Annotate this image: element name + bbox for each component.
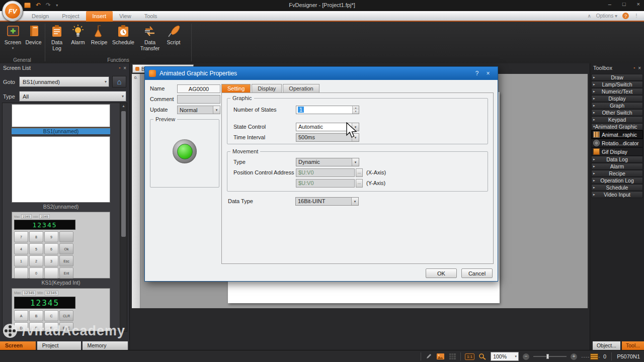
toolbox-category-schedule[interactable]: ▸Schedule bbox=[591, 184, 643, 191]
tab-view[interactable]: View bbox=[113, 11, 138, 22]
toolbox-category-alarm[interactable]: ▸Alarm bbox=[591, 163, 643, 170]
toolbox-category-graph[interactable]: ▸Graph bbox=[591, 102, 643, 109]
device-button[interactable]: Device bbox=[24, 24, 43, 46]
toolbox-category-display[interactable]: ▸Display bbox=[591, 95, 643, 102]
image-icon[interactable] bbox=[436, 353, 445, 360]
toolbox-category-data-log[interactable]: ▸Data Log bbox=[591, 156, 643, 163]
schedule-label: Schedule bbox=[112, 40, 134, 46]
dialog-title-bar[interactable]: Animated Graphic Properties ? × bbox=[145, 67, 498, 80]
dialog-close-button[interactable]: × bbox=[482, 70, 494, 77]
update-dropdown[interactable]: Normal▾ bbox=[177, 106, 220, 114]
collapse-ribbon-icon[interactable]: ∧ bbox=[587, 13, 591, 19]
recipe-button[interactable]: Recipe bbox=[89, 24, 109, 46]
spin-up-icon[interactable]: ▴ bbox=[353, 106, 359, 110]
toolbox-category-lamp-switch[interactable]: ▸Lamp/Switch bbox=[591, 81, 643, 88]
dialog-help-button[interactable]: ? bbox=[471, 70, 482, 77]
comment-field[interactable] bbox=[177, 95, 220, 104]
cancel-button[interactable]: Cancel bbox=[461, 268, 493, 278]
schedule-button[interactable]: Schedule bbox=[110, 24, 136, 46]
toolbox-item-animated-graphic[interactable]: Animat...raphic bbox=[591, 130, 643, 139]
zoom-slider-handle[interactable] bbox=[546, 354, 549, 359]
tab-screen-list[interactable]: Screen List bbox=[0, 341, 36, 350]
alarm-button[interactable]: Alarm bbox=[68, 24, 88, 46]
script-button[interactable]: Script bbox=[164, 24, 184, 46]
toolbox-category-video-input[interactable]: ▸Video Input bbox=[591, 191, 643, 198]
toolbox-category-operation-log[interactable]: ▸Operation Log bbox=[591, 177, 643, 184]
zoom-dropdown[interactable]: 100% ▾ bbox=[491, 352, 519, 361]
data-transfer-button[interactable]: Data Transfer bbox=[137, 24, 163, 52]
goto-dropdown[interactable]: BS1(unnamed) ▾ bbox=[19, 76, 109, 87]
screen-label: Screen bbox=[5, 40, 21, 46]
tab-tools[interactable]: Tools bbox=[138, 11, 164, 22]
tab-project[interactable]: Project bbox=[55, 11, 86, 22]
data-type-label: Data Type bbox=[228, 198, 253, 204]
data-type-dropdown[interactable]: 16Bit-UINT ▾ bbox=[295, 197, 359, 206]
toolbox-category-other-switch[interactable]: ▸Other Switch bbox=[591, 109, 643, 116]
close-icon[interactable]: × bbox=[123, 65, 126, 71]
edit-icon[interactable] bbox=[425, 353, 432, 360]
graphic-group: Graphic Number of States 1 ▴▾ State Cont… bbox=[227, 95, 488, 144]
keypad-keys: 789 456Ok 123Esc 0Ent bbox=[14, 231, 75, 279]
x-axis-address-field[interactable]: $U:V0 bbox=[296, 168, 355, 177]
tab-design[interactable]: Design bbox=[25, 11, 55, 22]
ribbon-group-functions: Data Log Alarm Recipe Schedule Data Tran… bbox=[46, 22, 191, 63]
number-of-states-spinner[interactable]: 1 ▴▾ bbox=[296, 106, 359, 114]
x-axis-browse-button[interactable]: ... bbox=[356, 168, 363, 177]
chevron-right-icon: ▸ bbox=[592, 75, 598, 79]
options-menu[interactable]: Options ▾ bbox=[596, 13, 617, 19]
help-icon[interactable]: ? bbox=[622, 13, 629, 19]
screen-thumbnail-ks1[interactable]: Max2345 min2345 12345 789 456Ok 123Esc 0… bbox=[12, 212, 110, 279]
toolbox-item-rotation-indicator[interactable]: Rotatio...dicator bbox=[591, 139, 643, 147]
dialog-tab-display[interactable]: Display bbox=[252, 84, 282, 93]
home-button[interactable]: ⌂ bbox=[112, 76, 126, 87]
about-icon[interactable]: ! bbox=[634, 13, 639, 19]
toolbox-category-keypad[interactable]: ▸Keypad bbox=[591, 116, 643, 123]
pin-icon[interactable]: ▪ bbox=[119, 65, 120, 70]
screen-thumbnail-bs1[interactable] bbox=[12, 104, 110, 127]
tab-toolbox[interactable]: Tool... bbox=[622, 341, 644, 350]
name-field[interactable]: AG0000 bbox=[177, 84, 220, 93]
y-axis-address-field[interactable]: $U:V0 bbox=[296, 179, 355, 188]
script-icon bbox=[167, 24, 181, 38]
toolbox-category-animated-graphic[interactable]: ▾Animated Graphic bbox=[591, 123, 643, 130]
zoom-region-icon[interactable] bbox=[478, 353, 487, 360]
chevron-down-icon: ▾ bbox=[105, 79, 107, 84]
ribbon-divider bbox=[191, 24, 192, 61]
tab-object-list[interactable]: Object... bbox=[593, 341, 620, 350]
scrollbar[interactable]: ▲ ▼ bbox=[120, 103, 127, 331]
screen-button[interactable]: Screen ▾ bbox=[3, 24, 23, 50]
pin-icon[interactable]: ▪ bbox=[633, 65, 635, 70]
ok-button[interactable]: OK bbox=[426, 268, 457, 278]
zoom-slider[interactable] bbox=[533, 356, 567, 357]
dialog-tab-operation[interactable]: Operation bbox=[283, 84, 319, 93]
tab-memory-address[interactable]: Memory Address bbox=[83, 341, 128, 350]
movement-type-dropdown[interactable]: Dynamic ▾ bbox=[296, 158, 359, 166]
scroll-up-icon[interactable]: ▲ bbox=[120, 104, 127, 108]
zoom-in-button[interactable]: + bbox=[571, 353, 577, 360]
actual-size-icon[interactable]: 1:1 bbox=[465, 353, 474, 360]
tab-project-explorer[interactable]: Project Explorer bbox=[37, 341, 81, 350]
minimize-button[interactable]: – bbox=[608, 1, 611, 7]
toolbox-category-numeric-text[interactable]: ▸Numeric/Text bbox=[591, 88, 643, 95]
y-axis-browse-button[interactable]: ... bbox=[356, 179, 363, 188]
app-logo[interactable]: FV bbox=[2, 1, 23, 22]
grid-icon[interactable] bbox=[449, 353, 456, 360]
toolbox-category-draw[interactable]: ▸Draw bbox=[591, 74, 643, 81]
zoom-out-button[interactable]: − bbox=[523, 353, 529, 360]
screen-thumbnail-bs2[interactable] bbox=[12, 136, 110, 203]
scrollbar-thumb[interactable] bbox=[121, 111, 126, 237]
screen-caption-bs2[interactable]: BS2(unnamed) bbox=[12, 204, 110, 210]
data-log-button[interactable]: Data Log bbox=[47, 24, 67, 52]
chevron-right-icon: ▸ bbox=[592, 82, 598, 86]
toolbox-item-gif-display[interactable]: Gif Display bbox=[591, 147, 643, 156]
spin-down-icon[interactable]: ▾ bbox=[353, 110, 359, 114]
screen-caption-ks1[interactable]: KS1(Keypad Int) bbox=[12, 280, 110, 286]
type-dropdown[interactable]: All ▾ bbox=[19, 91, 126, 102]
dialog-tab-setting[interactable]: Setting bbox=[221, 84, 251, 93]
toolbox-category-recipe[interactable]: ▸Recipe bbox=[591, 170, 643, 177]
tab-insert[interactable]: Insert bbox=[86, 11, 113, 22]
maximize-button[interactable]: □ bbox=[622, 1, 626, 7]
close-button[interactable]: × bbox=[637, 1, 640, 7]
screen-caption-bs1[interactable]: BS1(unnamed) bbox=[12, 128, 110, 134]
close-icon[interactable]: × bbox=[638, 65, 641, 71]
